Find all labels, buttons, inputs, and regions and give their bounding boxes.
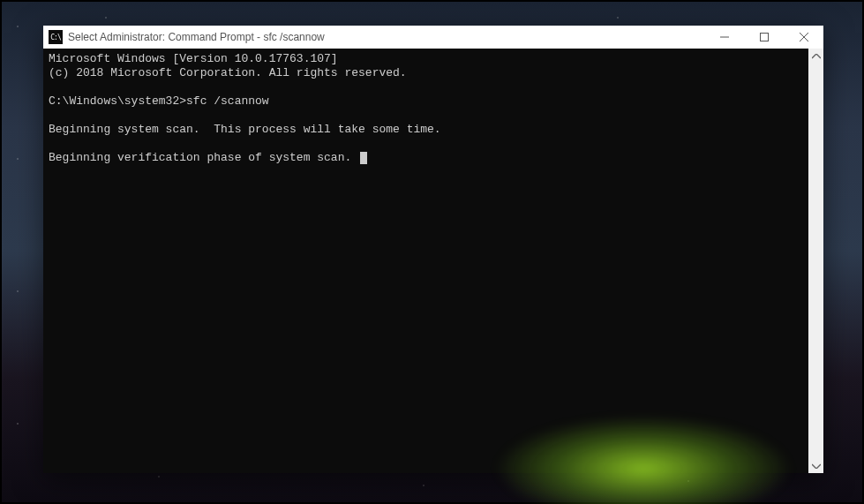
command-prompt-window: C:\ Select Administrator: Command Prompt…	[43, 26, 823, 473]
terminal-line: (c) 2018 Microsoft Corporation. All righ…	[49, 66, 803, 80]
terminal-line: C:\Windows\system32>sfc /scannow	[49, 94, 803, 109]
terminal-line	[49, 80, 803, 94]
minimize-button[interactable]	[704, 26, 744, 49]
terminal-line: Microsoft Windows [Version 10.0.17763.10…	[49, 52, 803, 66]
cmd-icon: C:\	[49, 30, 63, 44]
vertical-scrollbar[interactable]	[808, 49, 823, 473]
terminal-line	[49, 137, 803, 151]
terminal-cursor	[360, 152, 367, 164]
scroll-down-button[interactable]	[808, 458, 823, 473]
maximize-button[interactable]	[744, 26, 784, 49]
titlebar[interactable]: C:\ Select Administrator: Command Prompt…	[43, 26, 823, 49]
client-area: Microsoft Windows [Version 10.0.17763.10…	[43, 49, 823, 473]
close-button[interactable]	[784, 26, 823, 49]
terminal-line: Beginning system scan. This process will…	[49, 123, 803, 137]
minimize-icon	[720, 33, 729, 41]
scroll-up-button[interactable]	[808, 49, 823, 64]
chevron-down-icon	[812, 463, 821, 469]
svg-rect-1	[760, 34, 768, 41]
maximize-icon	[760, 33, 769, 41]
terminal-line: Beginning verification phase of system s…	[49, 151, 803, 165]
window-controls	[704, 26, 823, 49]
terminal-line	[49, 109, 803, 123]
chevron-up-icon	[812, 54, 821, 59]
window-title: Select Administrator: Command Prompt - s…	[68, 31, 704, 43]
close-icon	[800, 33, 808, 41]
terminal-output[interactable]: Microsoft Windows [Version 10.0.17763.10…	[43, 49, 808, 473]
